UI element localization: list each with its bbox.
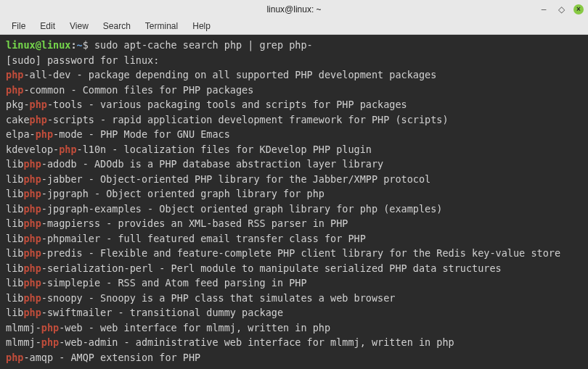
result-line: mlmmj-php-web - web interface for mlmmj,… (6, 320, 582, 336)
result-prefix: mlmmj- (6, 336, 41, 348)
grep-match: php (23, 203, 41, 215)
result-prefix: lib (6, 247, 23, 259)
result-prefix: lib (6, 292, 23, 304)
result-line: php-common - Common files for PHP packag… (6, 83, 582, 98)
result-line: libphp-jabber - Object-oriented PHP libr… (6, 172, 582, 187)
result-suffix: -phpmailer - full featured email transfe… (41, 233, 366, 244)
result-suffix: -scripts - rapid application development… (47, 114, 449, 125)
menu-edit[interactable]: Edit (33, 19, 62, 33)
grep-match: php (23, 173, 41, 185)
result-line: libphp-adodb - ADOdb is a PHP database a… (6, 157, 582, 172)
grep-match: php (41, 336, 59, 348)
result-prefix: cake (6, 114, 30, 125)
result-prefix: lib (6, 217, 23, 229)
grep-match: php (23, 233, 41, 244)
result-suffix: -mode - PHP Mode for GNU Emacs (53, 128, 230, 140)
result-line: libphp-predis - Flexible and feature-com… (6, 246, 582, 261)
result-prefix: kdevelop- (6, 144, 59, 155)
result-prefix: lib (6, 233, 23, 244)
result-line: php-all-dev - package depending on all s… (6, 67, 582, 83)
result-suffix: -web-admin - administrative web interfac… (59, 336, 454, 348)
result-suffix: -jpgraph-examples - Object oriented grap… (41, 203, 443, 215)
grep-match: php (6, 69, 23, 80)
result-prefix: lib (6, 188, 23, 199)
result-line: libphp-jpgraph-examples - Object oriente… (6, 202, 582, 217)
result-suffix: -jabber - Object-oriented PHP library fo… (41, 173, 430, 185)
grep-match: php (30, 99, 47, 110)
command-text: sudo apt-cache search php | grep php- (94, 39, 313, 51)
result-suffix: -magpierss - provides an XML-based RSS p… (41, 217, 348, 229)
result-line: kdevelop-php-l10n - localization files f… (6, 142, 582, 157)
result-prefix: lib (6, 307, 23, 318)
minimize-button[interactable]: – (539, 4, 549, 14)
close-button[interactable]: × (573, 4, 584, 14)
menubar: File Edit View Search Terminal Help (0, 18, 588, 35)
result-line: libphp-phpmailer - full featured email t… (6, 231, 582, 246)
result-suffix: -predis - Flexible and feature-complete … (41, 247, 560, 259)
result-suffix: -swiftmailer - transitional dummy packag… (41, 307, 283, 318)
result-line: libphp-serialization-perl - Perl module … (6, 261, 582, 276)
prompt-path: ~ (77, 39, 83, 51)
result-suffix: -simplepie - RSS and Atom feed parsing i… (41, 277, 307, 289)
menu-help[interactable]: Help (185, 19, 218, 33)
result-suffix: -l10n - localization files for KDevelop … (77, 144, 372, 155)
grep-match: php (30, 114, 47, 125)
titlebar: linux@linux: ~ – ◇ × (0, 0, 588, 18)
grep-match: php (23, 158, 41, 170)
grep-match: php (6, 352, 23, 363)
grep-match: php (36, 128, 53, 140)
grep-match: php (23, 188, 41, 199)
sudo-prompt: [sudo] password for linux: (6, 53, 582, 68)
grep-match: php (23, 262, 41, 274)
prompt-symbol: $ (83, 39, 94, 51)
result-prefix: lib (6, 158, 23, 170)
result-line: libphp-simplepie - RSS and Atom feed par… (6, 275, 582, 291)
maximize-button[interactable]: ◇ (556, 4, 566, 14)
menu-view[interactable]: View (62, 19, 96, 33)
grep-match: php (23, 247, 41, 259)
prompt-line: linux@linux:~$ sudo apt-cache search php… (6, 38, 582, 53)
prompt-user: linux@linux (6, 39, 70, 51)
result-suffix: -tools - various packaging tools and scr… (47, 99, 407, 110)
result-suffix: -all-dev - package depending on all supp… (23, 69, 436, 80)
window-controls: – ◇ × (539, 4, 584, 14)
result-prefix: lib (6, 203, 23, 215)
result-suffix: -common - Common files for PHP packages (23, 84, 253, 96)
result-prefix: pkg- (6, 99, 30, 110)
terminal-area[interactable]: linux@linux:~$ sudo apt-cache search php… (0, 35, 588, 369)
result-line: cakephp-scripts - rapid application deve… (6, 112, 582, 128)
grep-match: php (23, 277, 41, 289)
grep-match: php (41, 322, 59, 333)
prompt-sep: : (70, 39, 76, 51)
window-title: linux@linux: ~ (266, 4, 321, 14)
result-suffix: -web - web interface for mlmmj, written … (59, 322, 330, 333)
grep-match: php (23, 217, 41, 229)
result-prefix: mlmmj- (6, 322, 41, 333)
result-line: pkg-php-tools - various packaging tools … (6, 97, 582, 112)
result-line: libphp-magpierss - provides an XML-based… (6, 216, 582, 231)
result-suffix: -adodb - ADOdb is a PHP database abstrac… (41, 158, 383, 170)
result-line: libphp-jpgraph - Object oriented graph l… (6, 186, 582, 202)
result-prefix: elpa- (6, 128, 36, 140)
grep-match: php (59, 144, 76, 155)
result-suffix: -serialization-perl - Perl module to man… (41, 262, 502, 274)
menu-search[interactable]: Search (96, 19, 138, 33)
result-line: libphp-swiftmailer - transitional dummy … (6, 305, 582, 320)
grep-match: php (6, 84, 23, 96)
menu-file[interactable]: File (4, 19, 33, 33)
result-line: libphp-snoopy - Snoopy is a PHP class th… (6, 291, 582, 306)
menu-terminal[interactable]: Terminal (138, 19, 185, 33)
result-prefix: lib (6, 173, 23, 185)
result-line: php-amqp - AMQP extension for PHP (6, 350, 582, 365)
result-suffix: -snoopy - Snoopy is a PHP class that sim… (41, 292, 396, 304)
result-prefix: lib (6, 262, 23, 274)
result-suffix: -amqp - AMQP extension for PHP (23, 352, 200, 363)
result-prefix: lib (6, 277, 23, 289)
grep-match: php (23, 307, 41, 318)
grep-match: php (23, 292, 41, 304)
result-suffix: -jpgraph - Object oriented graph library… (41, 188, 324, 199)
result-line: mlmmj-php-web-admin - administrative web… (6, 335, 582, 350)
result-line: elpa-php-mode - PHP Mode for GNU Emacs (6, 127, 582, 142)
